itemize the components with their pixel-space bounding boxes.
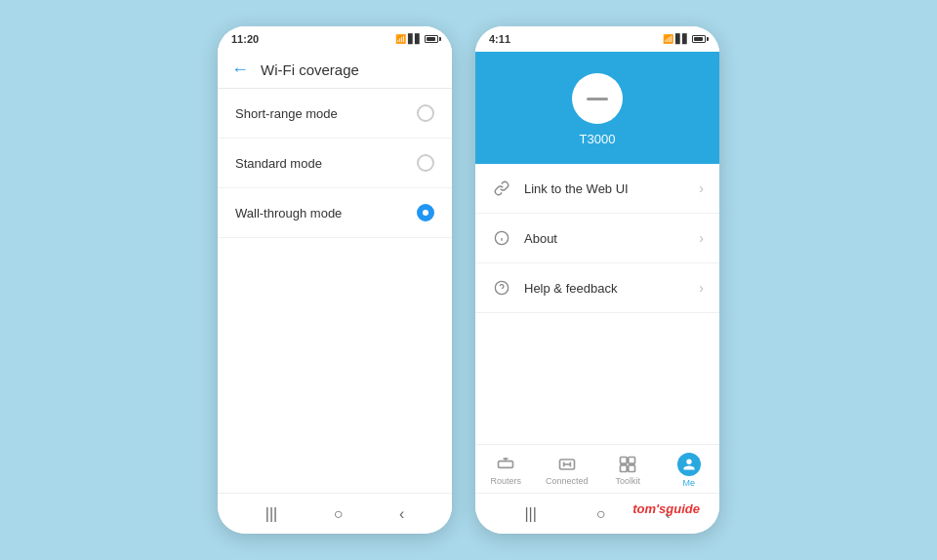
left-phone: 11:20 📶 ▋▋ ← Wi-Fi coverage Short-range … xyxy=(218,26,452,534)
help-label: Help & feedback xyxy=(524,281,699,296)
help-chevron: › xyxy=(699,280,704,296)
bottom-tab-bar: Routers Connected Toolkit xyxy=(475,444,719,493)
svg-rect-16 xyxy=(629,464,635,471)
svg-rect-14 xyxy=(629,457,635,463)
me-icon xyxy=(682,458,696,471)
tab-toolkit[interactable]: Toolkit xyxy=(597,455,659,486)
wall-through-label: Wall-through mode xyxy=(235,206,342,220)
menu-item-link-webui[interactable]: Link to the Web UI › xyxy=(475,164,719,214)
connected-icon xyxy=(557,455,577,474)
standard-label: Standard mode xyxy=(235,156,322,171)
right-nav-home[interactable]: ○ xyxy=(596,505,606,523)
device-name: T3000 xyxy=(580,132,616,146)
wall-through-radio[interactable] xyxy=(417,204,434,221)
right-wifi-icon: 📶 xyxy=(663,34,673,44)
page-title: Wi-Fi coverage xyxy=(261,61,359,78)
left-header: ← Wi-Fi coverage xyxy=(218,52,452,89)
watermark-highlight: guide xyxy=(666,501,700,516)
about-chevron: › xyxy=(699,230,704,246)
device-header: T3000 xyxy=(475,52,719,164)
right-phone: 4:11 📶 ▋▋ T3000 xyxy=(475,26,719,534)
right-nav-menu[interactable]: ||| xyxy=(524,505,536,523)
main-wrapper: 11:20 📶 ▋▋ ← Wi-Fi coverage Short-range … xyxy=(218,26,719,534)
short-range-label: Short-range mode xyxy=(235,106,338,121)
tab-connected[interactable]: Connected xyxy=(537,455,598,486)
wifi-signal-icon: 📶 xyxy=(395,34,406,44)
left-nav-home[interactable]: ○ xyxy=(334,505,344,523)
standard-radio[interactable] xyxy=(417,154,434,172)
back-button[interactable]: ← xyxy=(231,60,249,80)
right-time: 4:11 xyxy=(489,33,510,45)
svg-rect-5 xyxy=(499,460,513,467)
watermark: tom'sguide xyxy=(632,501,700,516)
signal-bars-icon: ▋▋ xyxy=(408,34,422,44)
left-nav-back[interactable]: ‹ xyxy=(399,505,404,523)
left-nav-menu[interactable]: ||| xyxy=(265,505,277,523)
routers-icon xyxy=(496,455,515,474)
link-icon xyxy=(491,178,512,199)
right-status-bar: 4:11 📶 ▋▋ xyxy=(475,26,719,52)
menu-item-help[interactable]: Help & feedback › xyxy=(475,263,719,313)
left-nav-bar: ||| ○ ‹ xyxy=(218,493,452,534)
menu-list: Link to the Web UI › About › xyxy=(475,164,719,444)
tab-connected-label: Connected xyxy=(546,476,589,486)
right-status-icons: 📶 ▋▋ xyxy=(663,34,706,44)
device-avatar xyxy=(572,73,623,124)
toolkit-icon xyxy=(618,455,637,474)
svg-rect-15 xyxy=(621,464,628,471)
right-signal-icon: ▋▋ xyxy=(675,34,689,44)
watermark-brand: tom's xyxy=(632,501,666,516)
tab-toolkit-label: Toolkit xyxy=(615,476,640,486)
short-range-radio[interactable] xyxy=(417,104,434,122)
left-time: 11:20 xyxy=(231,33,259,45)
svg-rect-13 xyxy=(621,457,628,463)
tab-routers[interactable]: Routers xyxy=(475,455,537,486)
tab-routers-label: Routers xyxy=(490,476,521,486)
info-icon xyxy=(491,227,512,249)
right-battery-icon xyxy=(692,35,706,43)
me-active-indicator xyxy=(677,453,701,476)
link-webui-label: Link to the Web UI xyxy=(524,181,699,196)
wifi-options-list: Short-range mode Standard mode Wall-thro… xyxy=(218,89,452,493)
tab-me-label: Me xyxy=(682,478,695,488)
tab-me[interactable]: Me xyxy=(659,453,720,488)
link-webui-chevron: › xyxy=(699,180,704,196)
wifi-option-short-range[interactable]: Short-range mode xyxy=(218,89,452,139)
menu-item-about[interactable]: About › xyxy=(475,214,719,263)
about-label: About xyxy=(524,231,699,246)
wifi-option-standard[interactable]: Standard mode xyxy=(218,139,452,188)
help-icon xyxy=(491,277,512,299)
battery-icon xyxy=(425,35,438,43)
wifi-option-wall-through[interactable]: Wall-through mode xyxy=(218,188,452,238)
left-status-bar: 11:20 📶 ▋▋ xyxy=(218,26,452,52)
device-avatar-icon xyxy=(587,98,608,100)
left-status-icons: 📶 ▋▋ xyxy=(395,34,438,44)
